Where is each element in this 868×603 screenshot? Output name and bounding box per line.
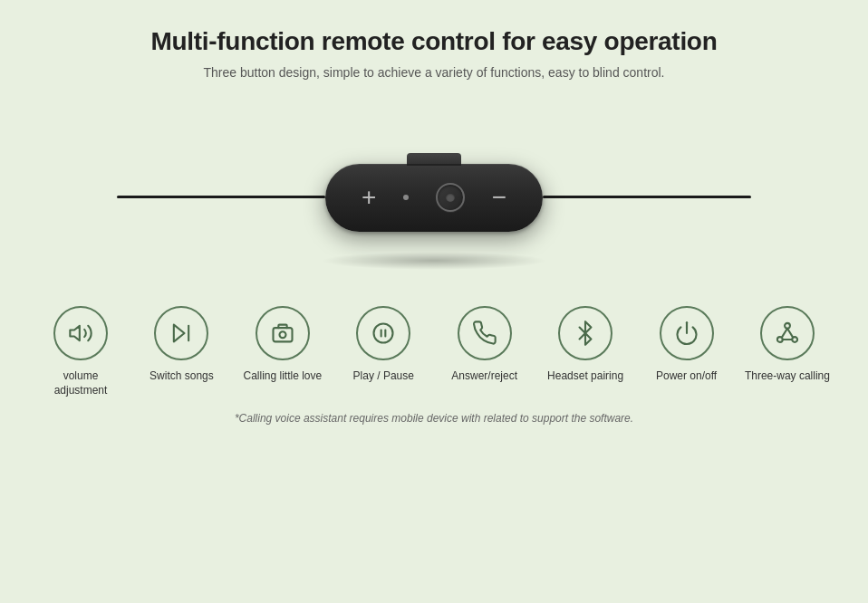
skip-forward-icon bbox=[169, 321, 194, 346]
play-pause-label: Play / Pause bbox=[353, 369, 414, 384]
minus-button: − bbox=[492, 185, 506, 210]
feature-answer-reject: Answer/reject bbox=[439, 306, 530, 384]
three-way-calling-icon-circle bbox=[760, 306, 815, 360]
disclaimer: *Calling voice assistant requires mobile… bbox=[235, 412, 633, 425]
feature-power: Power on/off bbox=[641, 306, 732, 384]
svg-line-13 bbox=[787, 329, 793, 337]
page-subtitle: Three button design, simple to achieve a… bbox=[204, 65, 665, 80]
plus-button: + bbox=[362, 185, 376, 210]
calling-little-love-label: Calling little love bbox=[243, 369, 322, 384]
calling-little-love-icon-circle bbox=[256, 306, 310, 360]
headset-pairing-label: Headset pairing bbox=[547, 369, 623, 384]
page-title: Multi-function remote control for easy o… bbox=[151, 27, 718, 56]
answer-reject-icon-circle bbox=[458, 306, 512, 360]
controller-body: + − bbox=[325, 164, 543, 232]
circle-inner bbox=[446, 193, 455, 202]
controller-shadow bbox=[321, 252, 547, 270]
bluetooth-icon bbox=[573, 321, 598, 346]
wire-right bbox=[543, 196, 751, 198]
remote-control-image: + − bbox=[117, 107, 751, 288]
switch-songs-label: Switch songs bbox=[149, 369, 214, 384]
play-pause-icon bbox=[371, 321, 396, 346]
feature-volume: volume adjustment bbox=[35, 306, 126, 397]
power-label: Power on/off bbox=[656, 369, 717, 384]
dot-button bbox=[403, 195, 409, 200]
play-pause-icon-circle bbox=[356, 306, 410, 360]
circle-button bbox=[436, 183, 465, 212]
svg-marker-1 bbox=[174, 325, 185, 342]
switch-songs-icon-circle bbox=[154, 306, 208, 360]
feature-three-way-calling: Three-way calling bbox=[742, 306, 833, 384]
controller-clip bbox=[407, 153, 461, 166]
feature-headset-pairing: Headset pairing bbox=[540, 306, 631, 384]
volume-label: volume adjustment bbox=[35, 369, 126, 397]
svg-point-4 bbox=[279, 331, 285, 338]
wire-left bbox=[117, 196, 325, 198]
headset-pairing-icon-circle bbox=[558, 306, 612, 360]
volume-icon bbox=[68, 321, 93, 346]
feature-play-pause: Play / Pause bbox=[338, 306, 429, 384]
power-icon bbox=[674, 321, 699, 346]
answer-reject-label: Answer/reject bbox=[451, 369, 517, 384]
svg-rect-3 bbox=[273, 328, 292, 341]
features-row: volume adjustment Switch songs Calling l… bbox=[26, 306, 842, 397]
feature-switch-songs: Switch songs bbox=[136, 306, 227, 384]
svg-point-5 bbox=[374, 324, 393, 343]
phone-icon bbox=[472, 321, 497, 346]
three-way-calling-label: Three-way calling bbox=[745, 369, 830, 384]
feature-calling-little-love: Calling little love bbox=[237, 306, 328, 384]
camera-circle-icon bbox=[270, 321, 295, 346]
volume-icon-circle bbox=[53, 306, 108, 360]
svg-line-12 bbox=[782, 329, 787, 337]
three-way-icon bbox=[775, 321, 800, 346]
svg-marker-0 bbox=[70, 326, 80, 340]
power-icon-circle bbox=[660, 306, 714, 360]
